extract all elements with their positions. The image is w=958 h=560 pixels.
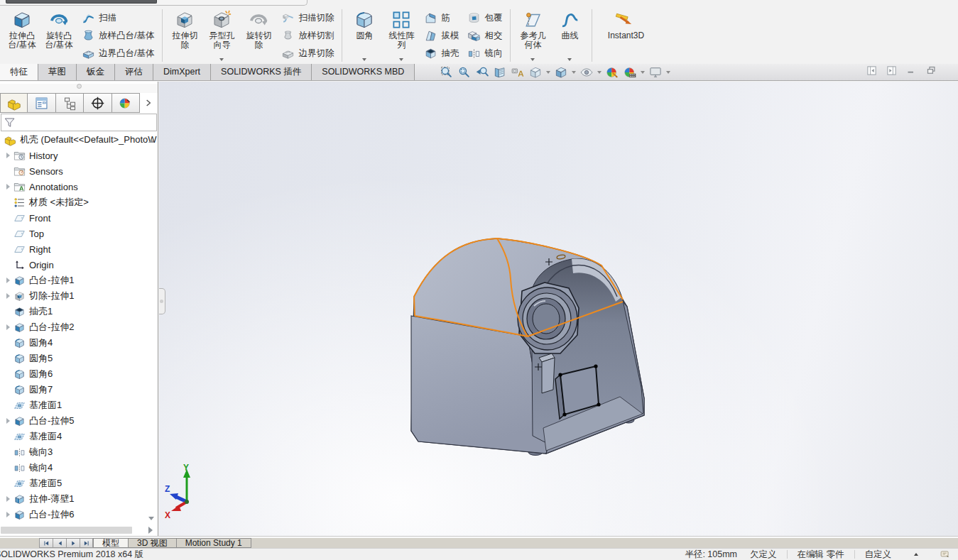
ribbon-button[interactable]: 相交 xyxy=(464,28,505,43)
feature-tree-item[interactable]: 基准面4 xyxy=(0,429,158,444)
ribbon-button[interactable]: 边界切除 xyxy=(278,45,337,61)
view-toolbar-edit-appearance[interactable] xyxy=(605,65,621,79)
dropdown-arrow-icon[interactable] xyxy=(399,58,403,61)
ribbon-button[interactable]: 圆角 xyxy=(346,7,383,64)
ribbon-tab[interactable]: 评估 xyxy=(115,64,153,80)
ribbon-button[interactable]: 包覆 xyxy=(464,10,505,26)
ribbon-tab[interactable]: DimXpert xyxy=(153,64,211,80)
ribbon-button[interactable]: 旋转凸 台/基体 xyxy=(40,7,77,64)
ribbon-button[interactable]: 扫描 xyxy=(79,10,157,26)
view-toolbar-hide-show-items[interactable] xyxy=(579,65,596,79)
view-toolbar-section-view[interactable] xyxy=(493,65,509,79)
dropdown-arrow-icon[interactable] xyxy=(641,71,645,74)
feature-tree-item[interactable]: Sensors xyxy=(0,163,158,179)
graphics-viewport[interactable]: Y Z X xyxy=(159,82,958,536)
study-nav-previous-button[interactable] xyxy=(53,538,66,548)
study-tab[interactable]: Motion Study 1 xyxy=(177,538,251,548)
feature-tree-item[interactable]: 基准面1 xyxy=(0,397,158,413)
view-toolbar-previous-view[interactable] xyxy=(475,65,491,79)
panel-tab-dimxpertmanager[interactable] xyxy=(84,93,111,113)
expand-arrow-icon[interactable] xyxy=(4,495,13,503)
study-nav-next-button[interactable] xyxy=(66,538,80,548)
custom-caret-icon[interactable] xyxy=(914,553,918,556)
ribbon-button[interactable]: 拉伸切 除 xyxy=(166,7,203,64)
expand-arrow-icon[interactable] xyxy=(4,277,13,284)
ribbon-button[interactable]: 镜向 xyxy=(464,45,505,61)
panel-splitter-handle[interactable] xyxy=(159,288,165,314)
study-nav-first-button[interactable] xyxy=(39,538,53,548)
feature-tree-item[interactable]: 凸台-拉伸2 xyxy=(0,319,158,335)
ribbon-button[interactable]: Instant3D xyxy=(596,7,655,64)
feature-tree-item[interactable]: 凸台-拉伸5 xyxy=(0,413,158,429)
dropdown-arrow-icon[interactable] xyxy=(219,58,224,61)
view-toolbar-apply-scene[interactable] xyxy=(623,65,639,79)
tree-filter-box[interactable] xyxy=(1,114,157,131)
ribbon-button[interactable]: 旋转切 除 xyxy=(240,7,277,64)
feature-tree-item[interactable]: 基准面5 xyxy=(0,476,158,491)
feature-tree-item[interactable]: 圆角6 xyxy=(0,366,158,382)
feature-tree-item[interactable]: 镜向4 xyxy=(0,460,158,476)
feature-tree-item[interactable]: Front xyxy=(0,210,158,226)
panel-tab-propertymanager[interactable] xyxy=(28,93,55,113)
dropdown-arrow-icon[interactable] xyxy=(546,71,550,74)
feature-tree-item[interactable]: 拉伸-薄壁1 xyxy=(0,491,158,507)
feature-tree-item[interactable]: Origin xyxy=(0,257,158,273)
ribbon-button[interactable]: 放样凸台/基体 xyxy=(79,28,157,43)
feature-tree-item[interactable]: Right xyxy=(0,241,158,257)
tree-hscroll-right[interactable] xyxy=(148,527,153,534)
status-tag-icon[interactable] xyxy=(940,549,951,559)
window-collapse-left-button[interactable] xyxy=(866,65,877,76)
panel-tab-featuremanager[interactable] xyxy=(0,93,28,113)
status-custom[interactable]: 自定义 xyxy=(865,549,892,560)
ribbon-tab[interactable]: 钣金 xyxy=(77,64,115,80)
feature-tree-item[interactable]: 材质 <未指定> xyxy=(0,194,158,210)
feature-tree-root[interactable]: 机壳 (Default<<Default>_PhotoW xyxy=(0,132,158,148)
expand-arrow-icon[interactable] xyxy=(4,183,13,190)
tree-scroll-down[interactable] xyxy=(148,515,155,522)
dropdown-arrow-icon[interactable] xyxy=(567,58,572,61)
view-toolbar-annotation-visibility[interactable] xyxy=(511,65,527,79)
ribbon-button[interactable]: 扫描切除 xyxy=(278,10,337,26)
study-tab[interactable]: 3D 视图 xyxy=(129,538,177,548)
feature-tree-item[interactable]: 圆角5 xyxy=(0,351,158,366)
feature-tree-item[interactable]: Annotations xyxy=(0,179,158,194)
ribbon-tab[interactable]: 特征 xyxy=(0,64,38,80)
ribbon-button[interactable]: 放样切割 xyxy=(278,28,337,43)
window-restore-button[interactable] xyxy=(926,65,937,76)
ribbon-tab[interactable]: 草图 xyxy=(38,64,77,80)
view-toolbar-display-style[interactable] xyxy=(554,65,570,79)
expand-arrow-icon[interactable] xyxy=(4,324,13,331)
view-toolbar-zoom-fit[interactable] xyxy=(440,65,456,79)
ribbon-button[interactable]: 参考几 何体 xyxy=(514,7,551,64)
panel-tabs-expand[interactable] xyxy=(140,93,158,113)
view-toolbar-view-settings[interactable] xyxy=(648,65,665,79)
feature-tree-item[interactable]: 圆角4 xyxy=(0,335,158,351)
ribbon-button[interactable]: 拔模 xyxy=(421,28,462,43)
window-collapse-right-button[interactable] xyxy=(886,65,897,76)
expand-arrow-icon[interactable] xyxy=(4,511,13,518)
dropdown-arrow-icon[interactable] xyxy=(666,71,670,74)
expand-arrow-icon[interactable] xyxy=(4,292,13,300)
view-toolbar-zoom-area[interactable] xyxy=(457,65,474,79)
feature-tree-item[interactable]: 抽壳1 xyxy=(0,304,158,319)
ribbon-button[interactable]: 异型孔 向导 xyxy=(203,7,240,64)
view-toolbar-view-orientation[interactable] xyxy=(528,65,545,79)
study-tab[interactable]: 模型 xyxy=(93,538,129,548)
ribbon-button[interactable]: 边界凸台/基体 xyxy=(79,45,157,61)
tree-hscrollbar-thumb[interactable] xyxy=(1,527,132,534)
model-canvas[interactable]: Y Z X xyxy=(159,82,958,536)
ribbon-button[interactable]: 拉伸凸 台/基体 xyxy=(4,7,40,64)
feature-tree-item[interactable]: Top xyxy=(0,226,158,241)
window-minimize-button[interactable] xyxy=(906,65,917,76)
feature-tree-item[interactable]: 切除-拉伸1 xyxy=(0,288,158,304)
ribbon-button[interactable]: 抽壳 xyxy=(421,45,462,61)
ribbon-button[interactable]: 筋 xyxy=(421,10,462,26)
dropdown-arrow-icon[interactable] xyxy=(597,71,602,74)
study-nav-last-button[interactable] xyxy=(80,538,93,548)
ribbon-button[interactable]: 曲线 xyxy=(551,7,588,64)
feature-tree-item[interactable]: 镜向3 xyxy=(0,444,158,460)
panel-collapse-grip[interactable] xyxy=(0,84,158,93)
feature-tree-item[interactable]: 凸台-拉伸6 xyxy=(0,507,158,522)
dropdown-arrow-icon[interactable] xyxy=(572,71,576,74)
dropdown-arrow-icon[interactable] xyxy=(530,58,535,61)
